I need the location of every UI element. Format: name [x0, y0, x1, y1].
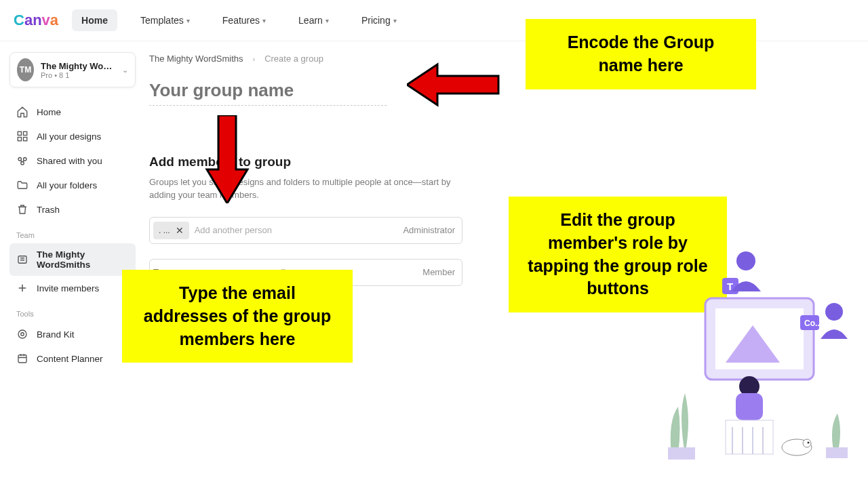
sidebar-home[interactable]: Home [9, 100, 136, 124]
svg-point-9 [21, 333, 24, 336]
chevron-down-icon: ▾ [393, 17, 397, 24]
sidebar-folders[interactable]: All your folders [9, 173, 136, 197]
sidebar-trash[interactable]: Trash [9, 197, 136, 222]
svg-marker-12 [207, 115, 248, 203]
team-switcher[interactable]: TM The Mighty WordS... Pro • 8 1 ⌄ [9, 52, 136, 87]
share-icon [16, 155, 28, 167]
chevron-down-icon: ⌄ [122, 66, 128, 75]
svg-point-20 [736, 251, 755, 270]
svg-point-33 [808, 442, 810, 444]
svg-text:Co..: Co.. [804, 319, 820, 328]
breadcrumb-root[interactable]: The Mighty WordSmiths [149, 54, 243, 64]
brand-icon [16, 328, 28, 340]
svg-rect-10 [18, 355, 26, 363]
svg-rect-7 [18, 256, 26, 264]
chevron-down-icon: ▾ [326, 17, 329, 24]
svg-rect-3 [24, 138, 27, 141]
folder-icon [16, 179, 28, 191]
svg-rect-29 [668, 447, 695, 460]
chevron-right-icon: › [252, 55, 255, 63]
team-icon [16, 253, 28, 266]
sidebar-shared[interactable]: Shared with you [9, 148, 136, 173]
add-person-placeholder: Add another person [195, 225, 272, 235]
annotation-callout-groupname: Encode the Group name here [526, 19, 756, 89]
team-name: The Mighty WordS... [41, 61, 115, 71]
svg-rect-23 [736, 393, 763, 420]
sidebar: TM The Mighty WordS... Pro • 8 1 ⌄ Home … [0, 41, 142, 371]
svg-rect-0 [18, 131, 21, 135]
annotation-callout-emails: Type the email addresses of the group me… [122, 270, 353, 363]
sidebar-team-link[interactable]: The Mighty WordSmiths [9, 243, 136, 276]
member-chip[interactable]: . ... ✕ [153, 222, 189, 239]
sidebar-brand-kit[interactable]: Brand Kit [9, 322, 136, 346]
annotation-arrow-left [407, 61, 502, 108]
sidebar-content-planner[interactable]: Content Planner [9, 346, 136, 371]
team-avatar: TM [17, 58, 34, 81]
role-selector-admin[interactable]: Administrator [403, 225, 455, 235]
sidebar-invite[interactable]: Invite members [9, 276, 136, 300]
svg-marker-11 [407, 64, 498, 105]
annotation-arrow-down [203, 115, 251, 203]
svg-point-6 [21, 162, 24, 165]
sidebar-section-team: Team [9, 222, 136, 243]
grid-icon [16, 130, 28, 142]
sidebar-section-tools: Tools [9, 300, 136, 322]
svg-rect-1 [24, 131, 27, 135]
svg-rect-2 [18, 138, 21, 141]
team-subtitle: Pro • 8 1 [41, 71, 115, 79]
nav-templates[interactable]: Templates▾ [131, 9, 199, 31]
trash-icon [16, 203, 28, 216]
breadcrumb-current: Create a group [264, 54, 323, 64]
chevron-down-icon: ▾ [186, 17, 190, 24]
breadcrumb: The Mighty WordSmiths › Create a group [149, 54, 868, 64]
add-members-desc: Groups let you share designs and folders… [149, 176, 468, 202]
role-selector-member[interactable]: Member [422, 267, 455, 277]
close-icon[interactable]: ✕ [176, 225, 184, 236]
plus-icon [16, 282, 28, 294]
svg-point-32 [803, 439, 811, 447]
svg-point-21 [825, 303, 843, 321]
svg-rect-30 [826, 447, 848, 458]
chevron-down-icon: ▾ [262, 17, 266, 24]
member-input-row-admin[interactable]: . ... ✕ Add another person Administrator [149, 217, 462, 244]
decorative-illustration: Co.. T [651, 230, 868, 461]
nav-learn[interactable]: Learn▾ [289, 9, 338, 31]
nav-home[interactable]: Home [72, 9, 117, 31]
nav-features[interactable]: Features▾ [213, 9, 275, 31]
group-name-input[interactable] [149, 79, 387, 106]
add-members-title: Add members to group [149, 155, 868, 169]
calendar-icon [16, 352, 28, 365]
home-icon [16, 106, 28, 118]
canva-logo[interactable]: Canva [14, 12, 58, 29]
svg-point-8 [18, 330, 26, 338]
nav-pricing[interactable]: Pricing▾ [352, 9, 406, 31]
sidebar-designs[interactable]: All your designs [9, 124, 136, 148]
